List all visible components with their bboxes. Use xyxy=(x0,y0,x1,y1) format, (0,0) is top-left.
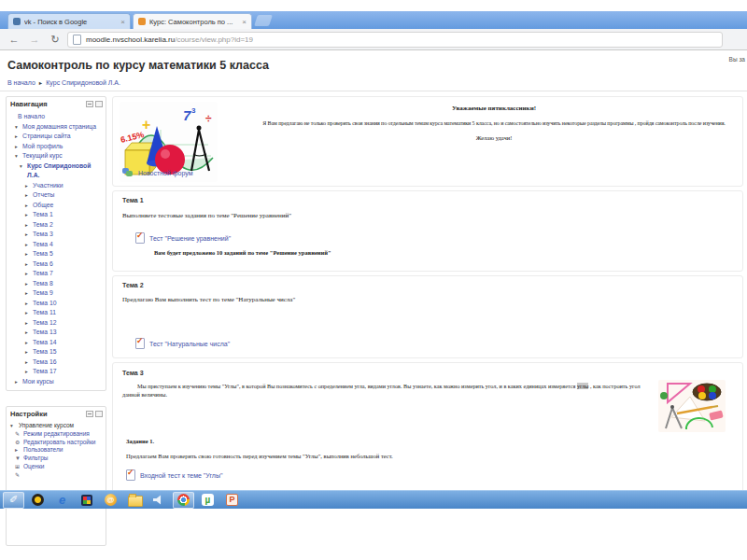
collapse-block-icon[interactable] xyxy=(86,101,93,107)
quiz-link[interactable]: Входной тест к теме "Углы" xyxy=(140,472,222,479)
nav-item-label[interactable]: Тема 9 xyxy=(8,288,104,299)
nav-item[interactable]: ▸ Тема 6 xyxy=(8,259,104,270)
tab-vk-search[interactable]: vk - Поиск в Google × xyxy=(7,13,131,29)
nav-item-label[interactable]: Тема 14 xyxy=(8,338,104,348)
expand-icon[interactable]: ▸ xyxy=(15,142,18,152)
expand-icon[interactable]: ▸ xyxy=(25,299,28,309)
taskbar-media-app-icon[interactable] xyxy=(27,492,49,509)
nav-item-label[interactable]: Тема 4 xyxy=(8,240,104,250)
nav-item[interactable]: ▸ Мой профиль xyxy=(8,142,104,152)
expand-icon[interactable]: ▾ xyxy=(15,122,18,133)
nav-item-label[interactable]: Мой профиль xyxy=(8,142,104,152)
reload-icon[interactable]: ↻ xyxy=(49,34,62,46)
taskbar-utorrent-icon[interactable]: µ xyxy=(197,492,218,509)
nav-item-label[interactable]: Тема 12 xyxy=(8,318,104,329)
expand-icon[interactable]: ▸ xyxy=(25,308,28,318)
nav-item-label[interactable]: Моя домашняя страница xyxy=(8,122,104,133)
nav-item-label[interactable]: Общее xyxy=(8,201,104,211)
nav-item[interactable]: ▸ Тема 5 xyxy=(8,249,104,259)
nav-item[interactable]: ▸ Страницы сайта xyxy=(8,132,104,142)
expand-icon[interactable]: ▸ xyxy=(25,338,28,348)
nav-item-label[interactable]: В начало xyxy=(8,112,104,122)
nav-item-label[interactable]: Тема 2 xyxy=(8,220,104,231)
settings-item[interactable]: ▾ Управление курсом xyxy=(8,422,104,430)
settings-item-label[interactable]: Управление курсом xyxy=(8,422,104,430)
settings-item-label[interactable]: Редактировать настройки xyxy=(8,439,104,447)
expand-icon[interactable]: ▸ xyxy=(25,230,28,240)
nav-item[interactable]: ▾ Курс Спиридоновой Л.А. xyxy=(8,161,104,181)
nav-item-label[interactable]: Тема 16 xyxy=(8,357,104,368)
nav-item-label[interactable]: Тема 3 xyxy=(8,230,104,240)
settings-item-label[interactable]: Режим редактирования xyxy=(8,430,104,439)
nav-item[interactable]: ▸ Тема 9 xyxy=(8,288,104,299)
taskbar-volume-icon[interactable] xyxy=(148,492,170,509)
collapse-block-icon[interactable] xyxy=(86,411,93,417)
settings-item[interactable]: ⚙ Редактировать настройки xyxy=(8,439,104,447)
nav-item-label[interactable]: Тема 7 xyxy=(8,269,104,279)
new-tab-button[interactable] xyxy=(254,15,273,26)
taskbar-mail-agent-icon[interactable]: @ xyxy=(100,492,121,509)
nav-item[interactable]: ▸ Тема 12 xyxy=(8,318,104,329)
nav-item-label[interactable]: Страницы сайта xyxy=(8,132,104,142)
expand-icon[interactable]: ▸ xyxy=(25,328,28,338)
expand-icon[interactable]: ▸ xyxy=(25,259,28,270)
taskbar-powerpoint-icon[interactable]: P xyxy=(221,492,243,509)
nav-item-label[interactable]: Отчеты xyxy=(8,190,104,201)
nav-item[interactable]: ▸ Тема 7 xyxy=(8,269,104,279)
expand-icon[interactable]: ▾ xyxy=(20,161,22,172)
nav-item-label[interactable]: Тема 13 xyxy=(8,328,104,338)
nav-item-label[interactable]: Тема 6 xyxy=(8,259,104,270)
nav-item[interactable]: ▸ Мои курсы xyxy=(8,377,104,387)
quiz-link[interactable]: Тест "Решение уравнений" xyxy=(149,235,231,242)
nav-item-label[interactable]: Тема 15 xyxy=(8,347,104,357)
nav-item[interactable]: ▸ Тема 8 xyxy=(8,279,104,289)
nav-item[interactable]: ▾ Моя домашняя страница xyxy=(8,122,104,133)
taskbar-internet-explorer-icon[interactable]: e xyxy=(51,492,73,509)
settings-item-label[interactable]: Оценки xyxy=(8,463,104,471)
nav-item[interactable]: ▸ Тема 4 xyxy=(8,240,104,250)
expand-icon[interactable]: ▸ xyxy=(15,377,18,387)
settings-item-label[interactable]: Пользователи xyxy=(8,446,104,455)
breadcrumb-home-link[interactable]: В начало xyxy=(7,79,35,86)
expand-icon[interactable]: ▸ xyxy=(25,190,28,201)
nav-item[interactable]: В начало xyxy=(8,112,104,122)
expand-icon[interactable]: ▸ xyxy=(25,318,28,329)
dock-block-icon[interactable] xyxy=(95,411,103,417)
nav-item[interactable]: ▸ Тема 17 xyxy=(8,367,104,377)
expand-icon[interactable]: ▸ xyxy=(25,249,28,259)
nav-item[interactable]: ▸ Участники xyxy=(8,181,104,191)
expand-icon[interactable]: ▸ xyxy=(25,240,28,250)
settings-item[interactable]: ▸ Пользователи xyxy=(8,446,104,455)
nav-item-label[interactable]: Курс Спиридоновой Л.А. xyxy=(8,161,104,181)
settings-item[interactable]: ▼ Фильтры xyxy=(8,455,104,463)
nav-item-label[interactable]: Тема 10 xyxy=(8,299,104,309)
forward-icon[interactable]: → xyxy=(28,34,41,45)
nav-item[interactable]: ▾ Текущий курс xyxy=(8,151,104,161)
expand-icon[interactable]: ▸ xyxy=(25,367,28,377)
nav-item[interactable]: ▸ Тема 2 xyxy=(8,220,104,231)
nav-item-label[interactable]: Тема 8 xyxy=(8,279,104,289)
news-forum-link[interactable]: Новостной форум xyxy=(138,170,193,176)
tab-moodle-course[interactable]: Курс: Самоконтроль по ... × xyxy=(133,13,252,29)
nav-item-label[interactable]: Участники xyxy=(8,181,104,191)
expand-icon[interactable]: ▸ xyxy=(25,269,28,279)
tab-close-icon[interactable]: × xyxy=(242,18,247,26)
expand-icon[interactable]: ▸ xyxy=(25,357,28,368)
expand-icon[interactable]: ▾ xyxy=(15,151,18,161)
nav-item[interactable]: ▸ Тема 10 xyxy=(8,299,104,309)
taskbar-pen-icon[interactable]: ✐ xyxy=(3,492,24,509)
taskbar-photo-viewer-icon[interactable] xyxy=(76,492,97,509)
expand-icon[interactable]: ▸ xyxy=(25,181,28,191)
dock-block-icon[interactable] xyxy=(95,101,103,107)
nav-item[interactable]: ▸ Тема 1 xyxy=(8,210,104,220)
nav-item[interactable]: ▸ Тема 3 xyxy=(8,230,104,240)
taskbar-chrome-icon[interactable] xyxy=(173,492,194,509)
nav-item[interactable]: ▸ Тема 11 xyxy=(8,308,104,318)
nav-item[interactable]: ▸ Тема 13 xyxy=(8,328,104,338)
nav-item-label[interactable]: Тема 11 xyxy=(8,308,104,318)
nav-item-label[interactable]: Тема 17 xyxy=(8,367,104,377)
nav-item-label[interactable]: Тема 1 xyxy=(8,210,104,220)
nav-item[interactable]: ▸ Общее xyxy=(8,201,104,211)
breadcrumb-course-link[interactable]: Курс Спиридоновой Л.А. xyxy=(46,79,120,86)
settings-item[interactable]: ✎ Режим редактирования xyxy=(8,430,104,439)
